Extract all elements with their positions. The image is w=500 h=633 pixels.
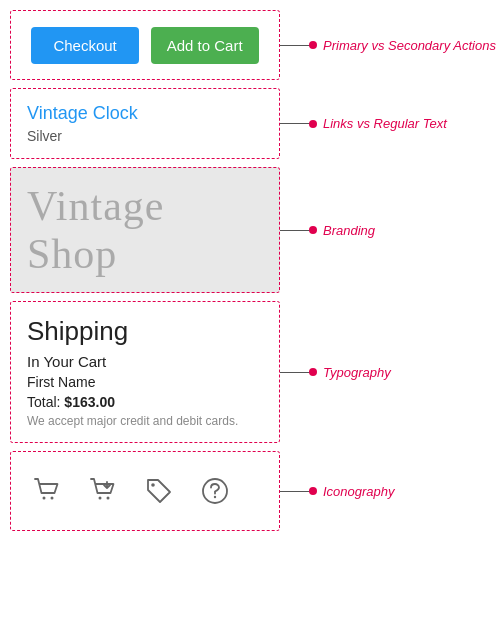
typo-small: We accept major credit and debit cards. — [27, 414, 263, 428]
annotation-text-actions: Primary vs Secondary Actions — [323, 38, 496, 53]
annotation-dot — [309, 41, 317, 49]
cart-arrow-icon — [87, 475, 119, 507]
typo-heading: Shipping — [27, 316, 263, 347]
annotation-line-2 — [280, 123, 310, 124]
row-iconography: Iconography — [10, 451, 490, 531]
row-links: Vintage Clock Silver Links vs Regular Te… — [10, 88, 490, 159]
annotation-dot-4 — [309, 368, 317, 376]
checkout-button[interactable]: Checkout — [31, 27, 138, 64]
annotation-branding: Branding — [280, 223, 490, 238]
total-prefix: Total: — [27, 394, 64, 410]
typo-label: First Name — [27, 374, 263, 390]
annotation-text-branding: Branding — [323, 223, 375, 238]
card-branding: Vintage Shop — [10, 167, 280, 293]
typo-total: Total: $163.00 — [27, 394, 263, 410]
annotation-dot-2 — [309, 120, 317, 128]
help-icon — [199, 475, 231, 507]
svg-point-1 — [51, 497, 54, 500]
annotation-dot-5 — [309, 487, 317, 495]
tag-svg — [143, 475, 175, 507]
svg-point-6 — [214, 496, 216, 498]
cart-svg — [31, 475, 63, 507]
help-svg — [199, 475, 231, 507]
card-links: Vintage Clock Silver — [10, 88, 280, 159]
main-container: Checkout Add to Cart Primary vs Secondar… — [0, 0, 500, 549]
svg-point-3 — [107, 497, 110, 500]
card-actions: Checkout Add to Cart — [10, 10, 280, 80]
typo-subheading: In Your Cart — [27, 353, 263, 370]
annotation-links: Links vs Regular Text — [280, 116, 490, 131]
annotation-line — [280, 45, 310, 46]
add-to-cart-button[interactable]: Add to Cart — [151, 27, 259, 64]
card-iconography — [10, 451, 280, 531]
annotation-typography: Typography — [280, 365, 490, 380]
svg-point-2 — [99, 497, 102, 500]
row-actions: Checkout Add to Cart Primary vs Secondar… — [10, 10, 490, 80]
annotation-line-3 — [280, 230, 310, 231]
annotation-text-iconography: Iconography — [323, 484, 395, 499]
annotation-line-4 — [280, 372, 310, 373]
annotation-dot-3 — [309, 226, 317, 234]
annotation-actions: Primary vs Secondary Actions — [280, 38, 496, 53]
tag-icon — [143, 475, 175, 507]
annotation-line-5 — [280, 491, 310, 492]
vintage-clock-link[interactable]: Vintage Clock — [27, 103, 263, 124]
card-typography: Shipping In Your Cart First Name Total: … — [10, 301, 280, 443]
row-typography: Shipping In Your Cart First Name Total: … — [10, 301, 490, 443]
annotation-text-links: Links vs Regular Text — [323, 116, 447, 131]
row-branding: Vintage Shop Branding — [10, 167, 490, 293]
regular-text: Silver — [27, 128, 263, 144]
svg-point-0 — [43, 497, 46, 500]
cart-arrow-svg — [87, 475, 119, 507]
total-value: $163.00 — [64, 394, 115, 410]
annotation-text-typography: Typography — [323, 365, 391, 380]
cart-icon — [31, 475, 63, 507]
annotation-iconography: Iconography — [280, 484, 490, 499]
brand-text: Vintage Shop — [27, 182, 263, 278]
svg-point-4 — [151, 483, 155, 487]
